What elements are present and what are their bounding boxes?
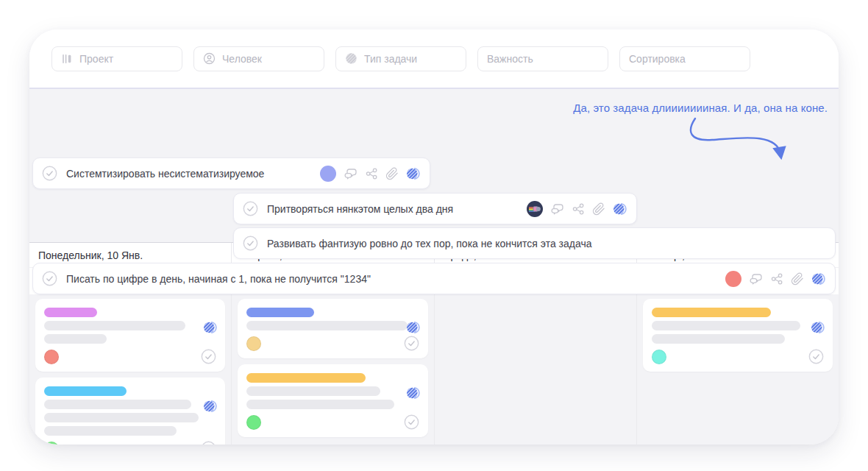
hatch-icon — [345, 52, 357, 65]
watcher-icon[interactable] — [203, 321, 217, 334]
filter-label: Тип задачи — [364, 53, 417, 65]
watcher-icon[interactable] — [811, 321, 825, 334]
board-card[interactable] — [643, 299, 833, 372]
comments-icon[interactable] — [344, 167, 357, 180]
attachment-icon[interactable] — [791, 272, 804, 286]
assignee-avatar[interactable] — [44, 350, 59, 364]
filter-bar: ПроектЧеловекТип задачиВажностьСортировк… — [29, 29, 839, 89]
subtasks-icon[interactable] — [572, 202, 585, 216]
task-row[interactable]: Системтизировать несистематизируемое — [32, 157, 430, 189]
card-tag-pill — [246, 308, 314, 317]
subtasks-icon[interactable] — [365, 167, 378, 180]
assignee-avatar[interactable] — [44, 442, 59, 445]
watcher-icon[interactable] — [613, 202, 627, 216]
check-circle-icon[interactable] — [404, 414, 419, 430]
assignee-avatar[interactable] — [652, 350, 666, 364]
skeleton-line — [44, 334, 107, 344]
card-bottom-row — [246, 414, 419, 430]
skeleton-line — [44, 426, 177, 436]
watcher-icon[interactable] — [406, 386, 420, 400]
comments-icon[interactable] — [749, 272, 763, 286]
task-title: Развивать фантизую ровно до тех пор, пок… — [267, 238, 825, 249]
skeleton-line — [652, 321, 800, 330]
subtasks-icon[interactable] — [770, 272, 783, 286]
card-tag-pill — [44, 386, 127, 396]
column-cards — [637, 294, 839, 445]
task-row[interactable]: Писать по цифре в день, начиная с 1, пок… — [32, 263, 836, 294]
attachment-icon[interactable] — [385, 167, 399, 180]
task-row-icons — [725, 271, 825, 287]
task-row-icons — [527, 201, 627, 217]
task-title: Писать по цифре в день, начиная с 1, пок… — [66, 273, 718, 285]
skeleton-line — [652, 334, 785, 344]
task-title: Притворяться нянкэтом целых два дня — [267, 203, 519, 215]
skeleton-line — [246, 400, 394, 409]
assignee-avatar[interactable] — [725, 271, 741, 287]
card-bottom-row — [652, 349, 824, 364]
filter-label: Сортировка — [629, 53, 686, 65]
board-card[interactable] — [238, 299, 427, 358]
task-title: Системтизировать несистематизируемое — [66, 168, 313, 180]
comments-icon[interactable] — [550, 202, 564, 216]
assignee-avatar[interactable] — [527, 201, 543, 217]
skeleton-line — [44, 400, 191, 409]
filter-box-2[interactable]: Человек — [193, 46, 324, 71]
card-bottom-row — [44, 349, 216, 364]
watcher-icon[interactable] — [203, 400, 217, 413]
watcher-icon[interactable] — [406, 167, 420, 180]
filter-box-4[interactable]: Важность — [477, 46, 608, 71]
kanban-icon — [61, 53, 73, 65]
card-bottom-row — [44, 441, 216, 445]
filter-label: Важность — [487, 53, 533, 65]
column-cards — [29, 294, 231, 445]
card-tag-pill — [246, 373, 366, 383]
card-bottom-row — [246, 336, 419, 351]
column-cards — [232, 294, 433, 445]
check-circle-icon[interactable] — [42, 271, 57, 286]
task-row[interactable]: Развивать фантизую ровно до тех пор, пок… — [233, 227, 836, 259]
skeleton-line — [246, 386, 380, 396]
skeleton-line — [44, 321, 185, 330]
check-circle-icon[interactable] — [201, 349, 216, 364]
app-window: ПроектЧеловекТип задачиВажностьСортировк… — [29, 29, 839, 445]
check-circle-icon[interactable] — [808, 349, 824, 364]
card-tag-pill — [652, 308, 771, 317]
filter-box-1[interactable]: Проект — [51, 46, 182, 71]
assignee-avatar[interactable] — [246, 415, 261, 430]
skeleton-line — [246, 321, 408, 330]
timeline-tasks-area: Да, это задача длиииииииная. И да, она н… — [29, 89, 839, 242]
check-circle-icon[interactable] — [201, 441, 216, 445]
skeleton-line — [44, 413, 199, 422]
task-row-icons — [320, 166, 420, 182]
board-card[interactable] — [35, 299, 225, 372]
filter-label: Человек — [222, 53, 262, 65]
check-circle-icon[interactable] — [42, 166, 57, 181]
task-row[interactable]: Притворяться нянкэтом целых два дня — [233, 193, 637, 224]
filter-box-3[interactable]: Тип задачи — [335, 46, 466, 71]
filter-box-5[interactable]: Сортировка — [619, 46, 750, 71]
filter-label: Проект — [79, 53, 113, 65]
check-circle-icon[interactable] — [243, 236, 258, 251]
card-tag-pill — [44, 308, 97, 317]
watcher-icon[interactable] — [406, 321, 420, 334]
assignee-avatar[interactable] — [246, 336, 261, 351]
board-card[interactable] — [35, 378, 225, 445]
column-cards — [435, 294, 636, 445]
assignee-avatar[interactable] — [320, 166, 336, 182]
annotation-text: Да, это задача длиииииииная. И да, она н… — [573, 102, 828, 114]
watcher-icon[interactable] — [811, 272, 825, 286]
board-card[interactable] — [238, 364, 427, 437]
attachment-icon[interactable] — [592, 202, 605, 216]
check-circle-icon[interactable] — [243, 201, 258, 216]
check-circle-icon[interactable] — [404, 336, 419, 351]
person-icon — [203, 52, 216, 65]
